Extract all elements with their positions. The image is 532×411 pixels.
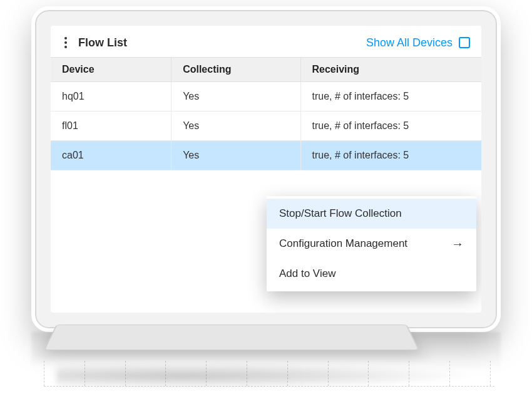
ruler (44, 361, 494, 405)
show-all-devices-toggle[interactable]: Show All Devices (366, 36, 470, 49)
screen: Flow List Show All Devices Device Collec… (51, 26, 481, 313)
collecting-cell: Yes (171, 82, 300, 112)
table-row[interactable]: hq01 Yes true, # of interfaces: 5 (51, 82, 481, 112)
flow-table: Device Collecting Receiving hq01 Yes tru… (51, 57, 481, 170)
device-link[interactable]: hq01 (51, 82, 171, 112)
show-all-label: Show All Devices (366, 36, 453, 49)
kebab-menu-icon[interactable] (62, 34, 69, 51)
device-link[interactable]: fl01 (51, 112, 171, 141)
col-receiving[interactable]: Receiving (300, 58, 481, 82)
table-row[interactable]: ca01 Yes true, # of interfaces: 5 (51, 141, 481, 170)
menu-item-label: Add to View (279, 268, 335, 280)
checkbox-icon[interactable] (459, 37, 470, 48)
context-menu: Stop/Start Flow Collection Configuration… (267, 196, 476, 291)
page-title: Flow List (78, 36, 127, 49)
col-device[interactable]: Device (51, 58, 171, 82)
chevron-right-icon: → (451, 237, 464, 250)
receiving-cell: true, # of interfaces: 5 (300, 82, 481, 112)
receiving-cell: true, # of interfaces: 5 (300, 141, 481, 170)
menu-item-label: Stop/Start Flow Collection (279, 207, 402, 220)
menu-item-add-to-view[interactable]: Add to View (267, 259, 476, 289)
menu-item-stop-start[interactable]: Stop/Start Flow Collection (267, 199, 476, 229)
tablet-frame: Flow List Show All Devices Device Collec… (31, 6, 501, 332)
list-header: Flow List Show All Devices (51, 26, 481, 57)
col-collecting[interactable]: Collecting (171, 58, 300, 82)
collecting-cell: Yes (171, 141, 300, 170)
device-link[interactable]: ca01 (51, 141, 171, 170)
title-group: Flow List (62, 34, 127, 51)
receiving-cell: true, # of interfaces: 5 (300, 112, 481, 141)
collecting-cell: Yes (171, 112, 300, 141)
menu-item-config-mgmt[interactable]: Configuration Management → (267, 229, 476, 259)
table-row[interactable]: fl01 Yes true, # of interfaces: 5 (51, 112, 481, 141)
menu-item-label: Configuration Management (279, 237, 407, 250)
ruler-baseline (44, 386, 494, 387)
keyboard-stand (44, 325, 420, 350)
